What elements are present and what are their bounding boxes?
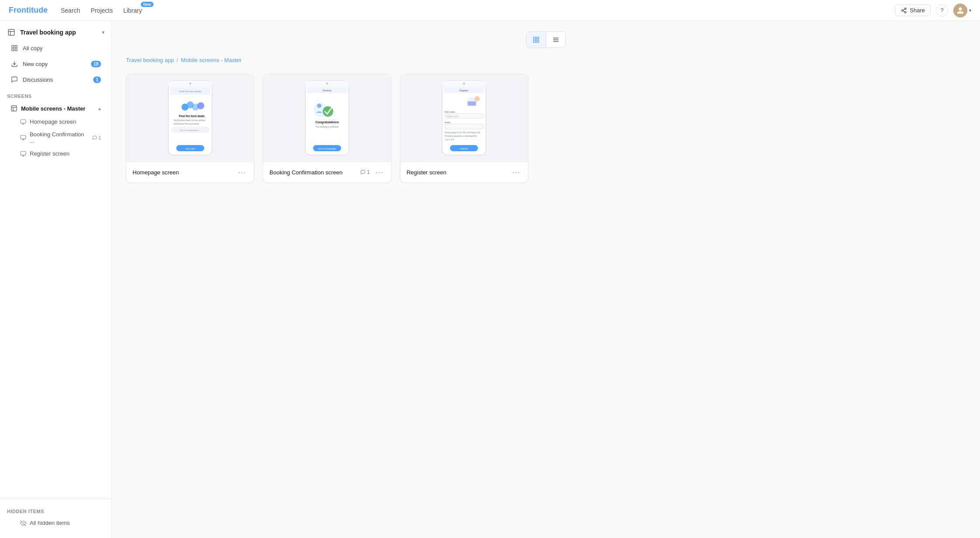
nav-links: Search Projects Library New <box>61 5 895 16</box>
breadcrumb: Travel booking app / Mobile screens - Ma… <box>126 57 966 63</box>
svg-rect-76 <box>445 124 483 129</box>
svg-rect-10 <box>12 49 14 51</box>
booking-comment-indicator: 1 <box>92 135 101 140</box>
new-copy-badge: 18 <box>91 61 101 67</box>
help-button[interactable]: ? <box>936 4 948 17</box>
svg-text:Having typed in the T&C and Pr: Having typed in the T&C and Privacy Pol <box>445 132 480 134</box>
svg-text:Your booking is confirmed!: Your booking is confirmed! <box>316 126 339 128</box>
comment-icon-booking <box>92 135 97 140</box>
sidebar-item-discussions[interactable]: Discussions 1 <box>3 72 108 87</box>
svg-text:helpme.com: helpme.com <box>446 115 458 118</box>
discussions-badge: 1 <box>93 76 101 83</box>
cards-grid: Find the best deals Find the best deals … <box>126 74 528 183</box>
project-icon <box>7 28 16 37</box>
main-content: Travel booking app / Mobile screens - Ma… <box>112 21 980 538</box>
breadcrumb-section[interactable]: Mobile screens - Master <box>181 57 242 63</box>
nav-projects[interactable]: Projects <box>91 5 113 16</box>
all-copy-label: All copy <box>23 45 101 52</box>
view-toggle-bar <box>126 31 966 48</box>
app-logo[interactable]: Frontitude <box>9 6 48 15</box>
project-collapse-chevron: ▾ <box>102 29 105 35</box>
svg-point-66 <box>463 83 465 85</box>
screen-register-label: Register screen <box>30 150 101 157</box>
svg-rect-52 <box>305 85 349 87</box>
nav-library[interactable]: Library New <box>123 5 142 16</box>
discussions-label: Discussions <box>23 76 89 83</box>
monitor-icon-1 <box>20 119 26 125</box>
card-footer-homepage: Homepage screen ⋯ <box>126 162 254 182</box>
download-icon <box>10 60 18 68</box>
svg-text:First name: First name <box>445 111 455 113</box>
view-toggle <box>526 31 566 48</box>
sidebar-item-all-copy[interactable]: All copy <box>3 41 108 56</box>
sidebar-project-header[interactable]: Travel booking app ▾ <box>0 21 112 40</box>
card-footer-register: Register screen ⋯ <box>401 162 528 182</box>
all-hidden-label: All hidden items <box>30 520 101 526</box>
breadcrumb-project[interactable]: Travel booking app <box>126 57 174 63</box>
screens-group-mobile-master[interactable]: Mobile screens - Master ▴ <box>3 102 108 115</box>
screens-group-chevron: ▴ <box>98 106 101 111</box>
svg-point-71 <box>474 96 480 101</box>
avatar-icon <box>956 7 964 14</box>
svg-rect-5 <box>8 29 14 35</box>
svg-point-42 <box>197 102 204 109</box>
card-homepage[interactable]: Find the best deals Find the best deals … <box>126 74 254 183</box>
monitor-icon-3 <box>20 151 26 157</box>
sidebar-item-new-copy[interactable]: New copy 18 <box>3 56 108 71</box>
svg-text:Register: Register <box>460 89 469 92</box>
hidden-items-label: Hidden items <box>0 503 112 517</box>
svg-rect-9 <box>15 45 17 48</box>
card-actions-register: ⋯ <box>510 167 522 177</box>
grid-view-button[interactable] <box>527 32 546 48</box>
svg-line-4 <box>903 9 905 10</box>
hidden-section: Hidden items All hidden items <box>0 499 112 529</box>
register-more-button[interactable]: ⋯ <box>510 167 522 177</box>
svg-text:Search destinations: Search destinations <box>180 129 199 132</box>
layout: Travel booking app ▾ All copy New copy 1… <box>0 21 980 538</box>
svg-rect-27 <box>537 37 539 39</box>
svg-rect-26 <box>534 37 536 39</box>
svg-rect-22 <box>21 151 26 155</box>
topnav-right: Share ? ▾ <box>895 3 971 17</box>
grid-icon <box>10 44 18 52</box>
nav-search[interactable]: Search <box>61 5 80 16</box>
document-icon <box>7 28 15 36</box>
svg-text:Email: Email <box>445 121 450 124</box>
booking-preview-svg: Booking Congratulations Your booking is … <box>301 79 353 157</box>
svg-rect-29 <box>537 40 539 42</box>
svg-text:Congratulations: Congratulations <box>315 121 339 124</box>
screens-group-name: Mobile screens - Master <box>21 105 85 112</box>
svg-point-2 <box>905 11 907 13</box>
share-button[interactable]: Share <box>895 4 931 16</box>
svg-text:go to homepage: go to homepage <box>318 147 336 150</box>
screen-item-booking[interactable]: Booking Confirmation ... 1 <box>3 128 108 147</box>
card-preview-homepage: Find the best deals Find the best deals … <box>126 74 254 162</box>
svg-text:Find the best deals: Find the best deals <box>179 115 205 118</box>
svg-text:and browse from any location: and browse from any location <box>174 123 199 125</box>
comment-icon-booking-card <box>360 170 366 175</box>
svg-text:next step: next step <box>185 147 195 150</box>
screen-item-register[interactable]: Register screen <box>3 148 108 160</box>
svg-rect-19 <box>21 135 26 139</box>
booking-comment-count: 1 <box>360 169 370 175</box>
svg-text:register: register <box>460 147 468 150</box>
svg-rect-11 <box>15 49 17 51</box>
screen-item-homepage[interactable]: Homepage screen <box>3 116 108 128</box>
user-avatar-wrapper[interactable]: ▾ <box>953 3 971 17</box>
monitor-icon-2 <box>20 135 26 141</box>
booking-more-button[interactable]: ⋯ <box>373 167 385 177</box>
discussions-icon <box>10 76 18 83</box>
svg-rect-8 <box>12 45 14 48</box>
homepage-preview-svg: Find the best deals Find the best deals … <box>164 79 216 157</box>
card-booking[interactable]: Booking Congratulations Your booking is … <box>263 74 391 183</box>
card-register[interactable]: Register First name helpme.com Email Hav… <box>400 74 528 183</box>
homepage-more-button[interactable]: ⋯ <box>236 167 248 177</box>
screens-section-label: Screens <box>0 87 112 101</box>
svg-text:Login here: Login here <box>445 139 454 141</box>
all-hidden-items-link[interactable]: All hidden items <box>3 517 108 529</box>
svg-text:Provide a password, a download: Provide a password, a download link <box>445 135 477 137</box>
card-actions-homepage: ⋯ <box>236 167 248 177</box>
new-copy-label: New copy <box>23 61 87 67</box>
list-view-button[interactable] <box>546 32 565 48</box>
card-name-homepage: Homepage screen <box>133 169 179 176</box>
